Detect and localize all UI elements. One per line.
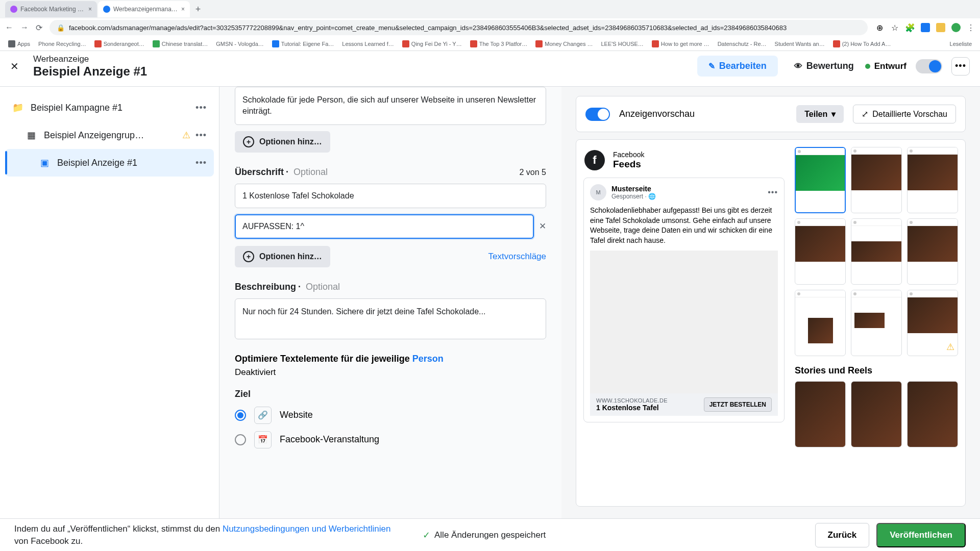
post-more-icon[interactable]: ••• [768, 188, 778, 197]
grid-icon: ▦ [26, 130, 37, 141]
zoom-icon[interactable]: ⊕ [875, 23, 884, 32]
placement-thumb[interactable] [851, 381, 902, 447]
star-icon[interactable]: ☆ [890, 23, 899, 32]
placement-thumb[interactable]: ⚠ [907, 290, 958, 356]
tree-label: Beispiel Anzeige #1 [57, 158, 137, 168]
ext-icon[interactable] [936, 23, 945, 32]
url-text: facebook.com/adsmanager/manage/ads/edit?… [69, 24, 787, 32]
bookmark[interactable]: Datenschutz - Re… [715, 40, 770, 48]
feed-preview: f Facebook Feeds M Musterseite Gesponser… [583, 147, 785, 499]
button-label: Detaillierte Vorschau [872, 110, 947, 119]
placement-thumb[interactable] [795, 218, 846, 285]
back-icon[interactable]: ← [5, 23, 13, 32]
tab-favicon [103, 6, 110, 13]
label-text: Überschrift [235, 167, 284, 178]
mock-post: M Musterseite Gesponsert · 🌐 ••• Schokol… [583, 178, 785, 422]
bookmark[interactable]: (2) How To Add A… [830, 39, 894, 48]
more-icon[interactable]: ••• [195, 130, 207, 141]
link-icon: 🔗 [254, 407, 272, 424]
bookmark[interactable]: The Top 3 Platfor… [467, 39, 531, 48]
status-dot-icon [865, 64, 870, 69]
close-icon[interactable]: × [181, 6, 185, 13]
text-suggestions-link[interactable]: Textvorschläge [488, 252, 546, 262]
tree-adset[interactable]: ▦ Beispiel Anzeigengrup… ⚠ ••• [5, 121, 214, 149]
person-link[interactable]: Person [412, 354, 444, 364]
more-button[interactable]: ••• [951, 57, 970, 76]
profile-icon[interactable] [951, 23, 961, 32]
headline-section-label: Überschrift · Optional 2 von 5 [235, 167, 546, 178]
folder-icon: 📁 [12, 102, 23, 113]
browser-tab[interactable]: Facebook Marketing & Werbe… × [5, 1, 97, 17]
tree-label: Beispiel Anzeigengrup… [44, 130, 144, 141]
browser-tab[interactable]: Werbeanzeigenmanager - We… × [98, 1, 190, 17]
url-input[interactable]: 🔒 facebook.com/adsmanager/manage/ads/edi… [50, 20, 868, 35]
forward-icon[interactable]: → [20, 23, 29, 32]
placement-thumb[interactable] [795, 381, 846, 447]
bookmark[interactable]: LEE'S HOUSE… [598, 40, 646, 48]
radio-label: Facebook-Veranstaltung [280, 434, 379, 445]
placement-thumb[interactable] [795, 147, 846, 213]
placement-thumb[interactable] [851, 290, 902, 356]
destination-fbevent-radio[interactable]: 📅 Facebook-Veranstaltung [235, 431, 546, 448]
page-name: Musterseite [611, 185, 656, 193]
tab-label: Bearbeiten [719, 61, 767, 71]
publish-button[interactable]: Veröffentlichen [876, 523, 966, 547]
bookmark[interactable]: Qing Fei De Yi - Y… [399, 39, 465, 48]
tree-campaign[interactable]: 📁 Beispiel Kampagne #1 ••• [5, 94, 214, 121]
cta-button[interactable]: JETZT BESTELLEN [704, 397, 772, 412]
destination-website-radio[interactable]: 🔗 Website [235, 407, 546, 424]
close-editor-button[interactable]: ✕ [10, 60, 19, 72]
preview-body: f Facebook Feeds M Musterseite Gesponser… [576, 139, 966, 507]
placement-thumb[interactable] [795, 290, 846, 356]
lock-icon: 🔒 [57, 24, 65, 32]
page-avatar: M [590, 184, 606, 201]
add-option-button[interactable]: + Optionen hinz… [235, 246, 330, 267]
bookmark[interactable]: How to get more … [649, 39, 713, 48]
bookmark[interactable]: Chinese translat… [150, 39, 211, 48]
fb-pixel-icon[interactable] [921, 23, 930, 32]
placement-thumb[interactable] [907, 147, 958, 213]
selection-indicator [5, 151, 7, 174]
reload-icon[interactable]: ⟳ [36, 23, 42, 33]
tree-ad[interactable]: ▣ Beispiel Anzeige #1 ••• [5, 149, 214, 177]
new-tab-button[interactable]: + [191, 2, 205, 16]
bookmark[interactable]: Phone Recycling… [35, 40, 89, 48]
bookmark[interactable]: GMSN - Vologda… [213, 40, 267, 48]
delete-headline-button[interactable]: ✕ [539, 221, 546, 232]
share-button[interactable]: Teilen ▾ [796, 105, 844, 123]
more-icon[interactable]: ••• [195, 103, 207, 113]
placement-thumb[interactable] [907, 381, 958, 447]
terms-link[interactable]: Nutzungsbedingungen und Werberichtlinien [223, 524, 391, 534]
menu-icon[interactable]: ⋮ [967, 23, 975, 33]
warning-icon: ⚠ [182, 130, 190, 141]
more-icon[interactable]: ••• [195, 158, 207, 168]
bookmark[interactable]: Sonderangeot… [91, 39, 148, 48]
publish-toggle[interactable] [916, 59, 942, 73]
label-text: Beschreibung [235, 282, 296, 292]
add-option-button[interactable]: + Optionen hinz… [235, 131, 330, 153]
tab-edit[interactable]: ✎ Bearbeiten [697, 56, 778, 77]
close-icon[interactable]: × [88, 6, 92, 13]
check-icon: ✓ [423, 530, 430, 541]
bookmark[interactable]: Money Changes … [532, 39, 596, 48]
extension-icon[interactable]: 🧩 [905, 23, 915, 32]
back-button[interactable]: Zurück [815, 523, 870, 547]
placement-thumb[interactable] [907, 218, 958, 285]
bookmark[interactable]: Student Wants an… [772, 40, 828, 48]
feeds-thumbs: ⚠ [795, 147, 958, 356]
reading-list[interactable]: Leseliste [947, 40, 975, 48]
headline-input-1[interactable]: 1 Kostenlose Tafel Schokolade [235, 184, 546, 208]
bookmark[interactable]: Lessons Learned f… [339, 40, 397, 48]
bookmark[interactable]: Apps [5, 39, 33, 48]
tab-review[interactable]: 👁 Bewertung [783, 56, 865, 77]
entity-name: Beispiel Anzeige #1 [33, 64, 554, 79]
placement-thumb[interactable] [851, 218, 902, 285]
placement-thumb[interactable] [851, 147, 902, 213]
description-input[interactable]: Nur noch für 24 Stunden. Sichere dir jet… [235, 298, 546, 339]
primary-text-input[interactable]: Schokolade für jede Person, die sich auf… [235, 87, 546, 125]
calendar-icon: 📅 [254, 431, 272, 448]
headline-input-2[interactable]: AUFPASSEN: 1^ [235, 214, 534, 239]
detailed-preview-button[interactable]: ⤢ Detaillierte Vorschau [853, 105, 956, 123]
bookmark[interactable]: Tutorial: Eigene Fa… [269, 39, 337, 48]
preview-toggle[interactable] [585, 108, 610, 121]
